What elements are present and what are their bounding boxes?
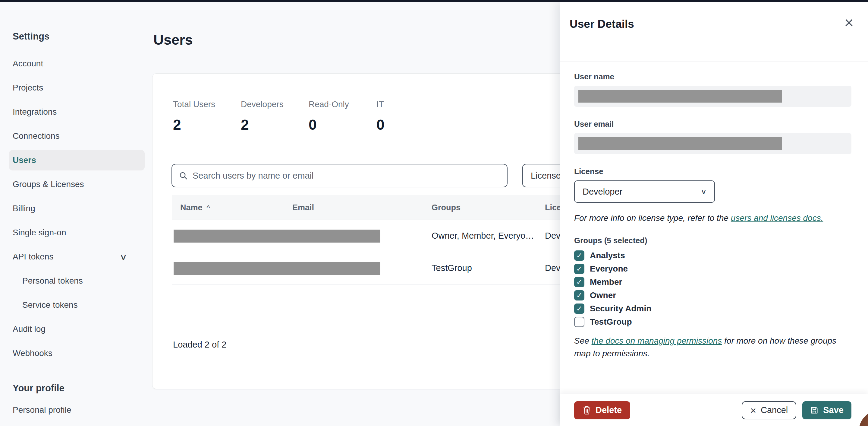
- sidebar-item[interactable]: Account: [0, 52, 152, 76]
- sidebar-item[interactable]: Connections: [0, 124, 152, 148]
- sidebar-nav-list: Account Projects Integrations Connection…: [0, 52, 152, 365]
- checkbox[interactable]: ✓: [574, 250, 584, 261]
- check-icon: ✓: [576, 265, 582, 273]
- checkbox[interactable]: ✓: [574, 277, 584, 287]
- group-checkbox-row[interactable]: ✓ Everyone: [574, 262, 851, 276]
- stat-value: 2: [173, 116, 241, 133]
- sidebar-item-label: Service tokens: [22, 300, 78, 310]
- license-select[interactable]: Developer ∨: [574, 180, 715, 203]
- drawer-header: User Details ×: [560, 2, 868, 62]
- stat: Total Users 2: [173, 100, 241, 133]
- group-checkbox-row[interactable]: ✓ Analysts: [574, 249, 851, 262]
- sidebar-item[interactable]: Projects: [0, 76, 152, 100]
- sidebar-item[interactable]: Personal tokens: [0, 269, 152, 293]
- sidebar-item[interactable]: API tokens ∨: [0, 245, 152, 269]
- checkbox[interactable]: ✓: [574, 304, 584, 314]
- chevron-down-icon[interactable]: ∨: [119, 252, 127, 262]
- stat-label: Total Users: [173, 100, 241, 109]
- stat: IT 0: [376, 100, 444, 133]
- user-search-box[interactable]: [172, 164, 507, 187]
- table-row[interactable]: TestGroup Developer: [172, 252, 606, 284]
- cancel-button[interactable]: × Cancel: [742, 401, 796, 419]
- sidebar-item-label: Billing: [13, 204, 35, 213]
- users-table-header: Name^ Email Groups License: [172, 195, 606, 220]
- users-table-body: Owner, Member, Everyo… Developer TestGro…: [172, 220, 606, 284]
- column-header-groups: Groups: [432, 203, 461, 212]
- sidebar-item[interactable]: Integrations: [0, 100, 152, 124]
- user-email-field[interactable]: [574, 133, 851, 154]
- drawer-body: User name User email License Developer ∨…: [560, 62, 868, 360]
- check-icon: ✓: [576, 305, 582, 312]
- sidebar-item[interactable]: Users: [9, 150, 145, 170]
- group-checkbox-row[interactable]: ✓ Member: [574, 276, 851, 289]
- groups-checkbox-list: ✓ Analysts ✓ Everyone ✓ Member ✓ Owner: [574, 249, 851, 329]
- sidebar-item-label: Single sign-on: [13, 228, 66, 237]
- column-header-name[interactable]: Name^: [180, 203, 210, 212]
- sort-asc-icon: ^: [207, 204, 210, 212]
- sidebar-item[interactable]: Groups & Licenses: [0, 172, 152, 196]
- drawer-footer: Delete × Cancel Save: [560, 394, 868, 426]
- users-licenses-docs-link[interactable]: users and licenses docs.: [731, 213, 824, 223]
- group-checkbox-row[interactable]: ✓ Security Admin: [574, 302, 851, 315]
- sidebar-item-label: Users: [13, 155, 36, 165]
- stat-label: Read-Only: [309, 100, 376, 109]
- table-row[interactable]: Owner, Member, Everyo… Developer: [172, 220, 606, 252]
- groups-label: Groups (5 selected): [574, 236, 851, 245]
- checkbox[interactable]: ✓: [574, 290, 584, 301]
- search-input[interactable]: [193, 171, 501, 181]
- user-details-drawer: User Details × User name User email Lice…: [560, 2, 868, 426]
- cancel-x-icon: ×: [750, 405, 756, 416]
- user-stats-row: Total Users 2 Developers 2 Read-Only 0 I…: [173, 100, 444, 133]
- sidebar-item-personal-profile[interactable]: Personal profile: [0, 398, 152, 422]
- sidebar-item-label: Audit log: [13, 324, 45, 334]
- sidebar-item-label: Personal tokens: [22, 276, 83, 286]
- top-bar: [0, 0, 868, 2]
- group-checkbox-row[interactable]: ✓ Owner: [574, 289, 851, 302]
- group-name: Analysts: [590, 251, 625, 260]
- stat-value: 0: [376, 116, 444, 133]
- sidebar-item-label: Personal profile: [13, 405, 71, 415]
- close-icon[interactable]: ×: [843, 13, 855, 32]
- stat-label: Developers: [241, 100, 309, 109]
- license-label: License: [574, 167, 851, 176]
- sidebar-item[interactable]: Audit log: [0, 317, 152, 341]
- sidebar-item[interactable]: Webhooks: [0, 341, 152, 365]
- sidebar-item-label: Connections: [13, 131, 60, 141]
- loaded-status: Loaded 2 of 2: [173, 340, 226, 350]
- sidebar-item[interactable]: Single sign-on: [0, 221, 152, 245]
- users-card: Total Users 2 Developers 2 Read-Only 0 I…: [152, 73, 606, 389]
- redacted-user-name: [578, 90, 782, 103]
- search-icon: [179, 171, 188, 180]
- users-table: Name^ Email Groups License Owner, Member…: [172, 195, 606, 284]
- sidebar-heading-your-profile: Your profile: [0, 365, 152, 394]
- sidebar-item[interactable]: Billing: [0, 196, 152, 221]
- stat-label: IT: [376, 100, 444, 109]
- page-title: Users: [153, 31, 193, 48]
- group-name: Everyone: [590, 264, 628, 274]
- group-name: TestGroup: [590, 317, 632, 327]
- group-name: Member: [590, 277, 622, 287]
- stat-value: 2: [241, 116, 309, 133]
- cell-groups: Owner, Member, Everyo…: [432, 231, 534, 241]
- managing-permissions-docs-link[interactable]: the docs on managing permissions: [592, 336, 722, 345]
- license-filter-label: License: [531, 171, 561, 181]
- sidebar-item[interactable]: Service tokens: [0, 293, 152, 317]
- user-name-field[interactable]: [574, 86, 851, 107]
- sidebar-heading-settings: Settings: [0, 2, 152, 42]
- save-button[interactable]: Save: [802, 401, 851, 419]
- license-note: For more info on license type, refer to …: [574, 212, 851, 224]
- cell-groups: TestGroup: [432, 263, 472, 273]
- license-select-value: Developer: [583, 187, 622, 197]
- delete-button[interactable]: Delete: [574, 401, 630, 419]
- redacted-user-email: [578, 137, 782, 150]
- group-name: Owner: [590, 290, 616, 300]
- checkbox[interactable]: [574, 317, 584, 327]
- stat-value: 0: [309, 116, 376, 133]
- sidebar-item-label: API tokens: [13, 252, 53, 262]
- checkbox[interactable]: ✓: [574, 264, 584, 274]
- redacted-name-email: [174, 262, 380, 275]
- check-icon: ✓: [576, 252, 582, 259]
- stat: Read-Only 0: [309, 100, 376, 133]
- group-checkbox-row[interactable]: TestGroup: [574, 315, 851, 329]
- permissions-note: See the docs on managing permissions for…: [574, 335, 851, 360]
